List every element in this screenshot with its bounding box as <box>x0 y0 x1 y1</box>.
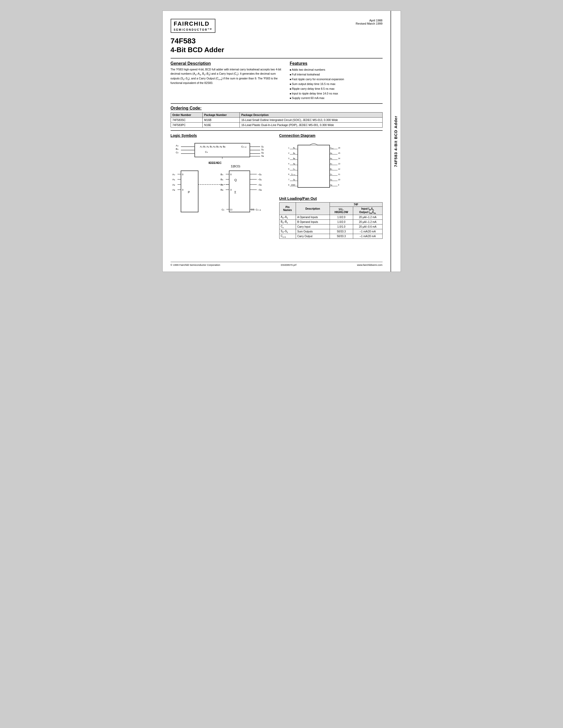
pin-name: B0–B3 <box>279 220 296 224</box>
svg-text:S₀: S₀ <box>261 145 263 148</box>
table-row: Cn Carry Input 1.0/1.0 20 μA/–0.6 mA <box>279 224 382 229</box>
svg-text:A₁: A₁ <box>172 178 175 181</box>
svg-text:4: 4 <box>288 163 289 165</box>
col-package-number: Package Number <box>202 113 239 118</box>
package-desc: 16-Lead Small Outline Intergrated Circui… <box>239 118 382 123</box>
svg-text:S₃: S₃ <box>330 184 332 186</box>
col-package-description: Package Description <box>239 113 382 118</box>
feature-item: Input to ripple delay time 14.0 ns max <box>290 91 383 96</box>
svg-text:A₀: A₀ <box>176 144 178 147</box>
svg-text:Σ(BCD): Σ(BCD) <box>231 165 240 168</box>
col-ul: U.L.HIGH/LOW <box>330 207 353 215</box>
col-order-number: Order Number <box>171 113 202 118</box>
ordering-heading: Ordering Code: <box>171 106 383 111</box>
svg-text:–S₁: –S₁ <box>257 178 261 181</box>
pin-name: Cn <box>279 224 296 229</box>
features-heading: Features <box>290 61 383 66</box>
unit-loading-table: PinNames Description 74F U.L.HIGH/LOW In… <box>279 202 383 239</box>
footer-website: www.fairchildsemi.com <box>357 263 382 266</box>
svg-text:A₃: A₃ <box>172 189 175 191</box>
svg-text:2: 2 <box>288 152 289 154</box>
pin-io: 20 μA/–0.6 mA <box>353 224 382 229</box>
table-row: B0–B3 B Operand Inputs 1.0/2.0 20 μA/–1.… <box>279 220 382 224</box>
svg-text:1: 1 <box>288 147 289 149</box>
general-description-col: General Description The 'F583 high-speed… <box>171 61 282 101</box>
svg-text:P: P <box>188 190 190 194</box>
svg-text:A₂: A₂ <box>172 183 175 186</box>
svg-rect-61 <box>298 145 330 187</box>
connection-diagram-heading: Connection Diagram <box>279 133 383 138</box>
bottom-section: Logic Symbols A₀ B₀ A₁ B₁ <box>171 130 383 258</box>
footer: © 1999 Fairchild Semiconductor Corporati… <box>171 262 383 266</box>
features-list: Adds two decimal numbers Full internal l… <box>290 68 383 101</box>
svg-text:CI: CI <box>230 208 232 211</box>
ordering-table: Order Number Package Number Package Desc… <box>171 112 383 128</box>
svg-text:A₀: A₀ <box>330 163 332 165</box>
svg-text:S₂: S₂ <box>261 151 263 154</box>
pin-desc: Carry Input <box>296 224 330 229</box>
feature-item: Supply current 60 mA max <box>290 96 383 101</box>
col-pin-names: PinNames <box>279 203 296 215</box>
col-74f: 74F <box>330 203 382 207</box>
table-row: 74F583PC N16E 16-Lead Plastic Dual-In-Li… <box>171 123 382 128</box>
side-tab: 74F583 4-Bit BCD Adder <box>391 11 401 272</box>
connection-col: Connection Diagram B₁ 1 B₂ 2 B₃ <box>279 133 383 258</box>
feature-item: Fast ripple carry for economical expansi… <box>290 77 383 82</box>
svg-text:S₁: S₁ <box>261 149 263 151</box>
connection-diagram-svg: B₁ 1 B₂ 2 B₃ 3 A₃ 4 Cₙ 5 Cₙ₊₄ <box>279 140 348 193</box>
svg-text:Cₙ: Cₙ <box>293 168 295 170</box>
svg-text:3: 3 <box>182 189 183 191</box>
svg-text:S₃: S₃ <box>261 155 263 157</box>
svg-text:15: 15 <box>338 152 340 154</box>
svg-text:GND: GND <box>291 184 295 186</box>
svg-text:Cₙ₊₄: Cₙ₊₄ <box>256 208 261 211</box>
svg-text:B₀: B₀ <box>330 168 332 170</box>
pin-name: S0–S3 <box>279 229 296 234</box>
logic-symbols-heading: Logic Symbols <box>171 133 274 138</box>
svg-text:B₁: B₁ <box>293 147 295 149</box>
logo-block: FAIRCHILD SEMICONDUCTORTM <box>171 19 216 33</box>
pin-ul: 50/33.3 <box>330 234 353 239</box>
pin-ul: 50/33.3 <box>330 229 353 234</box>
svg-text:CO: CO <box>250 208 254 211</box>
table-row: A0–A3 A Operand Inputs 1.0/2.0 20 μA/–1.… <box>279 215 382 220</box>
table-row: S0–S3 Sum Outputs 50/33.3 –1 mA/20 mA <box>279 229 382 234</box>
svg-text:0: 0 <box>182 173 183 176</box>
logic-diagram-svg: A₀ B₀ A₁ B₁ A₂ B₂ A₃ B₃ Cₙ Cₙ₊₄ A₀ B₀ Cₙ… <box>171 140 274 257</box>
order-number: 74F583SC <box>171 118 202 123</box>
svg-text:3: 3 <box>230 189 231 191</box>
footer-doc: DS009570.prf <box>281 263 297 266</box>
package-number: N16E <box>202 123 239 128</box>
svg-text:Cₙ: Cₙ <box>205 151 208 154</box>
svg-text:13: 13 <box>338 163 340 165</box>
general-description-text: The 'F583 high-speed 4-bit, BCD full add… <box>171 68 282 85</box>
pin-desc: B Operand Inputs <box>296 220 330 224</box>
svg-text:A₂: A₂ <box>330 152 332 154</box>
feature-item: Ripple carry delay time 8.5 ns max <box>290 87 383 91</box>
svg-text:Cₙ₊₄: Cₙ₊₄ <box>291 173 295 175</box>
order-number: 74F583PC <box>171 123 202 128</box>
col-io: Input IIH/IILOutput IOH/IOL <box>353 207 382 215</box>
table-row: Cn+4 Carry Output 50/33.3 –1 mA/20 mA <box>279 234 382 239</box>
date-info: April 1988 Revised March 1999 <box>356 19 383 25</box>
svg-text:9: 9 <box>338 184 339 186</box>
description-features-section: General Description The 'F583 high-speed… <box>171 58 383 101</box>
svg-text:S₁: S₁ <box>330 179 332 181</box>
svg-text:Cₙ: Cₙ <box>221 208 224 211</box>
pin-io: –1 mA/20 mA <box>353 229 382 234</box>
pin-desc: A Operand Inputs <box>296 215 330 220</box>
svg-text:B₂: B₂ <box>220 183 223 186</box>
unit-loading-heading: Unit Loading/Fan Out <box>279 196 383 201</box>
pin-ul: 1.0/2.0 <box>330 220 353 224</box>
logic-symbols-col: Logic Symbols A₀ B₀ A₁ B₁ <box>171 133 274 258</box>
package-desc: 16-Lead Plastic Dual-In-Line Package (PD… <box>239 123 382 128</box>
svg-text:–S₃: –S₃ <box>257 189 261 191</box>
svg-text:B₀: B₀ <box>176 148 178 150</box>
svg-text:Q: Q <box>234 178 236 182</box>
svg-text:12: 12 <box>338 168 340 170</box>
semiconductor-label: SEMICONDUCTORTM <box>174 28 212 31</box>
chip-part-number: 74F583 <box>171 37 383 45</box>
svg-text:B₁: B₁ <box>220 178 223 181</box>
pin-name: A0–A3 <box>279 215 296 220</box>
feature-item: Full internal lookahead <box>290 72 383 77</box>
